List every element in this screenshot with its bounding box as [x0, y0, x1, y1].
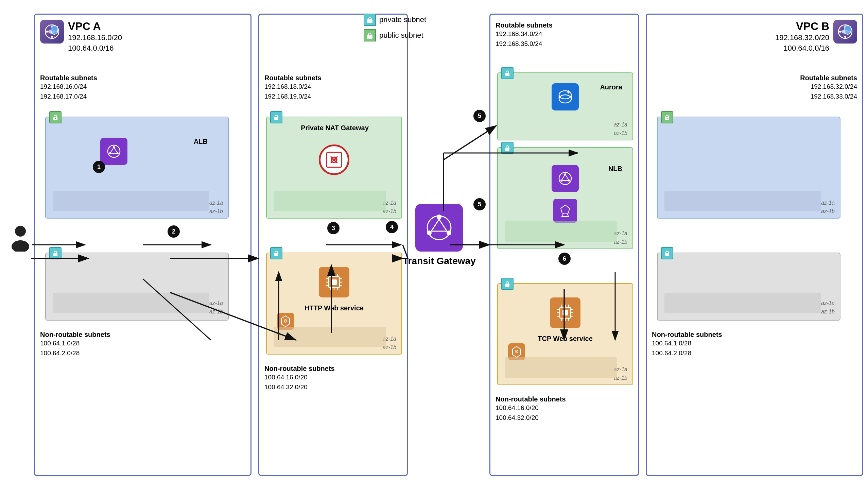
lock-icon-nat	[270, 111, 283, 124]
svg-point-11	[12, 240, 29, 252]
right-middle-box: Routable subnets 192.168.34.0/24 192.168…	[489, 14, 639, 476]
svg-point-93	[844, 36, 846, 38]
nlb-inner-icon	[553, 199, 577, 223]
vpc-a-cidr2: 100.64.0.0/16	[68, 43, 122, 54]
svg-point-18	[55, 118, 56, 119]
svg-line-57	[439, 219, 447, 231]
vpc-b-routable-subnet: az-1a az-1b	[657, 117, 840, 218]
svg-point-54	[437, 214, 442, 219]
svg-rect-48	[331, 280, 337, 285]
az-1a-nonroutable-b: az-1a	[821, 300, 835, 306]
svg-point-16	[46, 31, 48, 33]
tcp-subnet-box: TCP Web service ⚙ az-1a az-1b	[497, 283, 633, 385]
step-1-circle: 1	[93, 161, 105, 173]
aurora-icon	[552, 83, 579, 111]
step-2-circle: 2	[168, 225, 180, 238]
legend-public-label: public subnet	[379, 31, 423, 40]
legend-public-icon	[364, 29, 376, 41]
middle-left-box: Routable subnets 192.168.18.0/24 192.168…	[258, 14, 408, 476]
svg-rect-51	[367, 19, 373, 23]
vpc-a-title: VPC A	[68, 20, 122, 33]
aurora-subnet-box: Aurora az-1a az-1b	[497, 72, 633, 140]
az-1b-vpc-b: az-1b	[821, 208, 835, 214]
vpc-b-header: VPC B 192.168.32.0/20 100.64.0.0/16	[775, 20, 857, 54]
az-1a-vpc-b: az-1a	[821, 200, 835, 206]
vpc-a-box: VPC A 192.168.16.0/20 100.64.0.0/16 Rout…	[34, 14, 251, 476]
az-1a-alb: az-1a	[209, 200, 223, 206]
svg-line-107	[444, 126, 496, 160]
vpc-a-alb-subnet: ALB az-1a az-1b	[45, 117, 229, 218]
vpc-b-icon	[833, 20, 857, 43]
svg-rect-97	[665, 253, 669, 256]
middle-routable-label: Routable subnets 192.168.18.0/24 192.168…	[264, 74, 321, 101]
step-4-circle: 4	[386, 221, 398, 233]
tcp-label: TCP Web service	[498, 335, 633, 343]
svg-point-15	[51, 36, 53, 38]
svg-point-94	[839, 31, 841, 33]
vpc-a-nonroutable-label: Non-routable subnets 100.64.1.0/28 100.6…	[40, 331, 111, 358]
lock-icon-nlb	[501, 142, 513, 154]
http-inner-stack	[274, 327, 386, 347]
nonroutable-inner-stack	[53, 293, 209, 313]
az-1b-nonroutable-b: az-1b	[821, 309, 835, 315]
vpc-a-cidr1: 192.168.16.0/20	[68, 33, 122, 43]
transit-gateway: Transit Gateway 4	[403, 204, 476, 267]
lock-icon-nonroutable-a	[49, 247, 61, 259]
svg-rect-26	[53, 253, 57, 256]
nat-subnet-box: Private NAT Gateway az-1a az-1b	[266, 117, 402, 218]
nlb-subnet-box: NLB az-1a az-1b	[497, 147, 633, 249]
http-label: HTTP Web service	[267, 304, 401, 312]
http-chip-icon	[319, 267, 349, 297]
vpc-a-routable-label: Routable subnets 192.168.16.0/24 192.168…	[40, 74, 97, 101]
vpc-b-nonroutable-subnet: az-1a az-1b	[657, 253, 840, 321]
alb-icon	[100, 138, 128, 165]
vpc-b-title: VPC B	[775, 20, 829, 33]
lock-icon-tcp	[501, 278, 513, 290]
lock-icon-alb-green	[49, 111, 61, 124]
svg-rect-34	[274, 253, 278, 256]
svg-line-24	[110, 147, 114, 153]
nlb-inner-stack	[505, 221, 617, 242]
vpc-b-routable-label: Routable subnets 192.168.32.0/24 192.168…	[800, 74, 857, 101]
svg-line-71	[562, 174, 565, 181]
nat-inner-stack	[274, 191, 386, 211]
vpc-b-nonroutable-label: Non-routable subnets 100.64.1.0/28 100.6…	[652, 331, 722, 358]
svg-rect-73	[505, 284, 509, 287]
legend-private: private subnet	[364, 14, 426, 26]
nlb-icon	[552, 165, 579, 192]
svg-rect-87	[563, 310, 568, 315]
vpc-a-header: VPC A 192.168.16.0/20 100.64.0.0/16	[40, 20, 122, 54]
az-1b-nonroutable: az-1b	[209, 309, 223, 315]
svg-line-23	[114, 147, 118, 153]
legend: private subnet public subnet	[364, 14, 426, 41]
step-5-aurora-circle: 5	[474, 110, 486, 122]
right-nonroutable-label: Non-routable subnets 100.64.16.0/20 100.…	[495, 395, 566, 423]
step-3-circle: 3	[327, 222, 339, 234]
svg-text:⚙: ⚙	[284, 318, 288, 324]
step-6-circle: 6	[559, 253, 570, 265]
diagram-container: VPC A 192.168.16.0/20 100.64.0.0/16 Rout…	[0, 0, 868, 497]
tcp-chip-icon	[550, 297, 580, 328]
vpc-b-cidr1: 192.168.32.0/20	[775, 33, 829, 43]
svg-line-70	[565, 174, 569, 181]
right-routable-top-label: Routable subnets 192.168.34.0/24 192.168…	[495, 22, 553, 48]
svg-point-55	[447, 230, 451, 235]
vpc-b-nonroutable-inner-stack	[664, 293, 821, 313]
tg-icon	[415, 204, 463, 252]
nat-icon	[319, 144, 349, 175]
legend-public: public subnet	[364, 29, 426, 41]
nat-label: Private NAT Gateway	[287, 124, 382, 132]
tcp-inner-stack	[505, 357, 617, 378]
vpc-b-cidr2: 100.64.0.0/16	[775, 43, 829, 54]
legend-private-icon	[364, 14, 376, 26]
nlb-label: NLB	[608, 165, 622, 173]
legend-private-label: private subnet	[379, 15, 426, 24]
lock-icon-nonroutable-b	[661, 247, 673, 259]
lock-icon-vpc-b-green	[661, 111, 673, 124]
svg-point-96	[667, 118, 668, 119]
alb-inner-stack	[53, 191, 209, 211]
svg-text:⚙: ⚙	[515, 349, 519, 354]
vpc-b-box: VPC B 192.168.32.0/20 100.64.0.0/16 Rout…	[646, 14, 863, 476]
svg-line-58	[431, 219, 439, 231]
lock-icon-http	[270, 247, 283, 259]
